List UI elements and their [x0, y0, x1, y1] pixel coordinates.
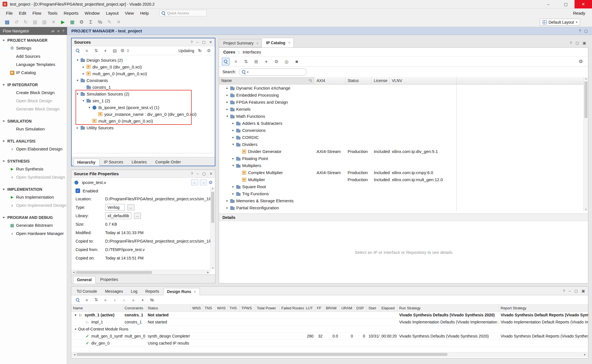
ip-search-input[interactable]: ▾ [239, 68, 307, 76]
section-chevron-icon[interactable] [3, 217, 5, 218]
sources-view-tab[interactable]: Libraries [128, 158, 151, 166]
expander-icon[interactable] [75, 92, 80, 96]
metrics-icon[interactable]: % [96, 19, 104, 26]
section-chevron-icon[interactable] [3, 189, 5, 190]
horizontal-scrollbar[interactable]: ◀ ▶ [72, 352, 587, 357]
ip-catalog-row[interactable]: CORDIC [219, 134, 588, 141]
expander-icon[interactable] [231, 136, 236, 139]
menu-item[interactable]: Layout [103, 9, 122, 17]
customize-icon[interactable]: ⚙ [273, 58, 280, 65]
copy-icon[interactable]: ▥ [31, 19, 39, 26]
expander-icon[interactable] [81, 99, 86, 103]
expand-all-icon[interactable]: ⇅ [93, 47, 100, 54]
column-header[interactable]: Name ^1 [219, 77, 314, 84]
vertical-scrollbar[interactable]: ▲ ▼ [584, 77, 588, 211]
close-tab-icon[interactable]: × [194, 290, 196, 294]
menu-item[interactable]: Flow [29, 9, 45, 17]
menu-item[interactable]: Window [81, 9, 103, 17]
expander-icon[interactable] [225, 86, 230, 90]
section-chevron-icon[interactable] [3, 141, 5, 142]
column-header[interactable]: THS [228, 305, 240, 311]
flow-navigator-row[interactable]: IP INTEGRATOR [0, 81, 67, 88]
flow-navigator-row[interactable]: Generate Bitstream [0, 221, 67, 229]
first-run-icon[interactable]: « [102, 296, 109, 303]
expander-icon[interactable] [225, 206, 230, 210]
horizontal-scrollbar[interactable]: ◀ ▶ [71, 270, 210, 274]
back-icon[interactable]: ← [191, 179, 198, 185]
document-tab[interactable]: IP Catalog × [262, 38, 294, 47]
refresh-icon[interactable]: ↻ [196, 47, 203, 54]
expander-icon[interactable] [231, 185, 236, 188]
sources-tree-row[interactable]: Design Sources (2) [72, 57, 215, 63]
reports-icon[interactable]: Σ [87, 19, 94, 26]
column-header[interactable]: Status [345, 77, 372, 84]
column-header[interactable]: Failed Routes [280, 305, 304, 311]
properties-view-tab[interactable]: Properties [96, 276, 122, 283]
scrollbar-thumb[interactable] [77, 353, 447, 356]
flow-navigator-row[interactable]: Add Sources [0, 52, 67, 60]
close-tab-icon[interactable]: × [256, 41, 259, 45]
expander-icon[interactable] [73, 327, 78, 331]
column-header[interactable]: Name [71, 305, 123, 311]
sources-tree-row[interactable]: tb_ipcore_test (ipcore_test.v) (1) [72, 104, 215, 111]
scrollbar-thumb[interactable] [584, 81, 587, 118]
scroll-down-icon[interactable]: ▼ [584, 208, 588, 211]
expander-icon[interactable] [75, 79, 80, 82]
layout-selector[interactable]: Default Layout ▾ [540, 19, 580, 26]
column-header[interactable]: DSP [355, 305, 367, 311]
expander-icon[interactable] [225, 93, 230, 97]
flow-navigator-row[interactable]: Create Block Design [0, 88, 67, 97]
float-icon[interactable]: ▢ [202, 40, 206, 44]
undo-icon[interactable]: ↺ [13, 19, 20, 26]
design-run-row[interactable]: mult_gen_0_synth_1 mult_gen_0 synth_desi… [71, 333, 588, 340]
ip-catalog-row[interactable]: Memories & Storage Elements [219, 197, 588, 204]
prev-run-icon[interactable]: ‹ [111, 296, 118, 303]
browse-button[interactable]: … [127, 204, 134, 210]
help-icon[interactable]: ? [579, 29, 581, 33]
minimize-icon[interactable]: – [569, 289, 571, 293]
next-run-icon[interactable]: › [121, 296, 127, 303]
help-icon[interactable]: ? [191, 40, 193, 44]
scrollbar-thumb[interactable] [211, 192, 214, 223]
minimize-icon[interactable]: – [197, 172, 199, 176]
column-header[interactable]: URAM [340, 305, 355, 311]
open-file-icon[interactable]: ▤ [111, 47, 118, 54]
flow-navigator-row[interactable]: Run Synthesis [0, 165, 67, 173]
ip-catalog-row[interactable]: Floating Point [219, 155, 588, 162]
percent-icon[interactable]: % [149, 296, 155, 303]
sources-tree-row[interactable]: div_gen_0 (div_gen_0.xci) [72, 63, 215, 70]
add-sources-icon[interactable]: + [102, 47, 109, 54]
enabled-checkbox[interactable] [76, 188, 80, 193]
column-header[interactable]: Total Power [255, 305, 280, 311]
program-icon[interactable]: ▦ [69, 19, 76, 26]
document-tab[interactable]: Project Summary × [219, 39, 262, 47]
maximize-icon[interactable]: ▣ [582, 289, 585, 293]
column-header[interactable]: VLNV [390, 77, 457, 84]
flow-navigator-row[interactable]: IP Catalog [0, 68, 67, 77]
search-icon[interactable] [74, 296, 81, 303]
column-header[interactable]: TNS [203, 305, 215, 311]
browse-button[interactable]: … [134, 213, 141, 219]
expander-icon[interactable] [75, 58, 80, 62]
bottom-panel-tab[interactable]: Design Runs × [163, 288, 200, 295]
property-input[interactable]: xil_defaultlib [105, 212, 131, 219]
column-header[interactable]: Start [367, 305, 380, 311]
close-button[interactable]: ✕ [575, 0, 592, 8]
ip-catalog-row[interactable]: Math Functions [219, 113, 588, 120]
ip-catalog-row[interactable]: Dividers [219, 141, 588, 148]
help-icon[interactable]: ? [570, 41, 572, 45]
delete-icon[interactable]: ✕ [50, 19, 57, 26]
flow-navigator-row[interactable]: Settings [0, 44, 67, 52]
column-header[interactable] [457, 77, 588, 84]
expander-icon[interactable] [87, 106, 92, 109]
flow-navigator-row[interactable]: Open Block Design [0, 97, 67, 105]
expander-icon[interactable] [81, 72, 86, 76]
ip-catalog-row[interactable]: Square Root [219, 183, 588, 190]
bottom-panel-tab[interactable]: Messages [101, 288, 127, 295]
column-header[interactable]: LUT [304, 305, 315, 311]
scroll-right-icon[interactable]: ▶ [583, 353, 587, 356]
flow-navigator-row[interactable]: PROGRAM AND DEBUG [0, 214, 67, 221]
expander-icon[interactable] [231, 157, 236, 160]
ip-catalog-row[interactable]: Dynamic Function eXchange [219, 85, 588, 92]
column-header[interactable]: Report Strategy [499, 305, 588, 311]
